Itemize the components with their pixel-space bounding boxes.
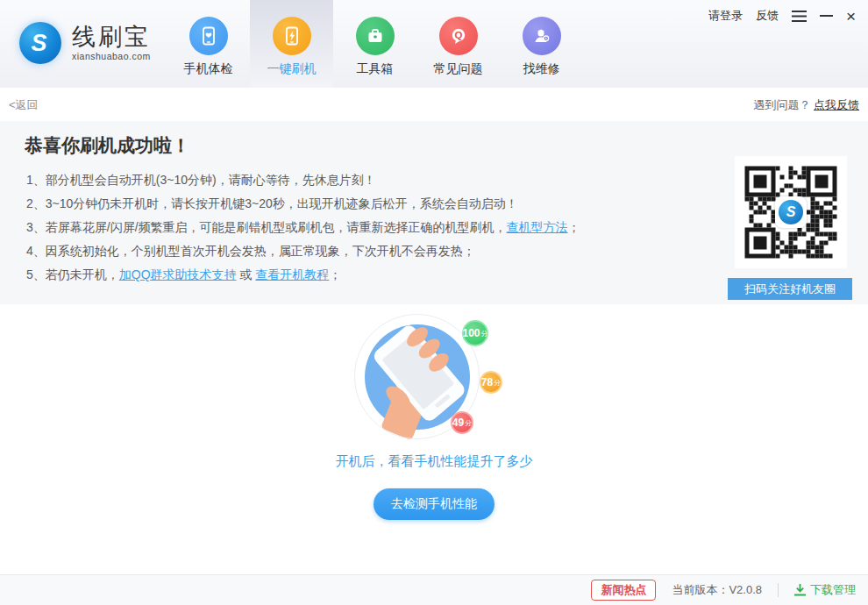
score-badge-78: 78分 [480,371,502,394]
nav-label: 一键刷机 [267,61,317,77]
performance-caption: 开机后，看看手机性能提升了多少 [0,453,868,470]
close-button[interactable]: × [846,8,856,24]
check-performance-button[interactable]: 去检测手机性能 [374,488,494,520]
footer: 新闻热点 当前版本：V2.0.8 下载管理 [0,574,868,605]
success-section: 恭喜你刷机成功啦！ 1、部分机型会自动开机(3~10分钟)，请耐心等待，先休息片… [0,121,868,304]
nav-item-toolbox[interactable]: 工具箱 [333,0,416,88]
app-window: S 线刷宝 xianshuabao.com 手机体检 一键刷机 [0,0,868,605]
qr-code: S [735,156,847,268]
boot-tutorial-link[interactable]: 查看开机教程 [255,267,329,281]
app-logo[interactable]: S 线刷宝 xianshuabao.com [19,22,151,64]
nav-label: 工具箱 [357,61,394,77]
download-icon [794,584,806,596]
nav-item-repair[interactable]: 找维修 [500,0,583,88]
score-badge-100: 100分 [462,320,488,346]
app-name: 线刷宝 [72,25,151,49]
back-link[interactable]: <返回 [9,97,39,113]
qr-center-logo: S [775,196,807,228]
logo-letter: S [31,32,49,55]
nav-label: 手机体检 [184,61,233,77]
tip-item: 2、3~10分钟仍未开机时，请长按开机键3~20秒，出现开机迹象后松开，系统会自… [26,192,580,216]
toolbox-icon [356,17,395,55]
success-title: 恭喜你刷机成功啦！ [25,133,190,158]
nav-label: 常见问题 [434,61,483,77]
main-nav: 手机体检 一键刷机 工具箱 Q 常见问题 [167,0,583,88]
phone-in-hand-illustration: 100分 78分 49分 [342,311,517,443]
issue-prompt: 遇到问题？ [753,98,810,111]
window-controls: 请登录 反馈 × [708,8,856,24]
nav-item-one-key-flash[interactable]: 一键刷机 [250,0,333,88]
check-model-method-link[interactable]: 查机型方法 [507,220,568,234]
news-hotspot-badge[interactable]: 新闻热点 [591,580,656,601]
tip-item: 1、部分机型会自动开机(3~10分钟)，请耐心等待，先休息片刻！ [26,168,580,192]
footer-divider [778,583,779,597]
logo-s-icon: S [19,22,61,64]
one-key-flash-icon [273,17,311,55]
issue-feedback-link[interactable]: 点我反馈 [814,98,859,111]
app-domain: xianshuabao.com [72,51,151,61]
performance-section: 100分 78分 49分 开机后，看看手机性能提升了多少 去检测手机性能 [0,304,868,574]
qr-caption: 扫码关注好机友圈 [728,278,852,300]
version-label: 当前版本：V2.0.8 [672,582,762,598]
tip-item: 3、若屏幕花屏/闪屏/频繁重启，可能是刷错机型或刷机包，请重新选择正确的机型刷机… [26,216,580,239]
tips-list: 1、部分机型会自动开机(3~10分钟)，请耐心等待，先休息片刻！ 2、3~10分… [26,168,580,287]
faq-icon: Q [439,17,478,55]
score-badge-49: 49分 [451,411,473,434]
subheader: <返回 遇到问题？ 点我反馈 [0,88,868,121]
header: S 线刷宝 xianshuabao.com 手机体检 一键刷机 [0,0,868,88]
minimize-button[interactable] [820,8,833,24]
nav-item-faq[interactable]: Q 常见问题 [416,0,500,88]
qq-group-help-link[interactable]: 加QQ群求助技术支持 [119,267,237,281]
feedback-link[interactable]: 反馈 [756,8,779,24]
hamburger-menu-icon[interactable] [792,8,807,24]
nav-label: 找维修 [523,61,560,77]
phone-checkup-icon [189,17,228,55]
repair-icon [523,17,561,55]
tip-item: 5、若仍未开机，加QQ群求助技术支持 或 查看开机教程； [26,263,580,287]
nav-item-phone-checkup[interactable]: 手机体检 [167,0,250,88]
tip-item: 4、因系统初始化，个别机型首次开机会发热，属正常现象，下次开机不会再发热； [26,239,580,263]
download-manager-link[interactable]: 下载管理 [794,582,856,598]
login-link[interactable]: 请登录 [708,8,743,24]
logo-s-icon: S [779,200,803,224]
svg-text:Q: Q [454,30,462,40]
